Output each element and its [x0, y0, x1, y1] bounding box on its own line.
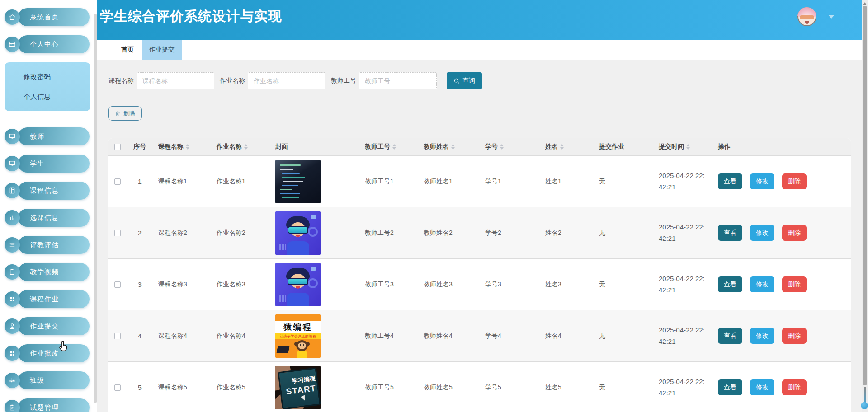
cell-value: 教师姓名3 — [424, 281, 453, 289]
cell-course: 课程名称1 — [153, 156, 213, 207]
user-menu[interactable] — [797, 7, 835, 26]
cell-index: 3 — [127, 259, 153, 310]
delete-button[interactable]: 删除 — [782, 379, 807, 395]
sidebar-scrollbar-thumb[interactable] — [94, 14, 97, 403]
cell-teacher_id: 教师工号5 — [359, 362, 417, 412]
clipboard-check-icon — [9, 404, 16, 411]
row-checkbox[interactable] — [114, 230, 121, 236]
cell-value: 教师工号2 — [365, 229, 394, 237]
cell-index: 2 — [127, 207, 153, 258]
row-checkbox[interactable] — [114, 333, 121, 339]
cell-cover — [268, 259, 359, 310]
sort-icon[interactable] — [560, 144, 564, 150]
caret-down-icon[interactable] — [828, 15, 835, 19]
sidebar-item-pill: 课程信息 — [18, 182, 90, 200]
sidebar-item-选课信息[interactable]: 选课信息 — [5, 209, 90, 227]
grid-icon — [9, 350, 16, 357]
sidebar-item-作业提交[interactable]: 作业提交 — [5, 317, 90, 335]
view-button[interactable]: 查看 — [718, 328, 742, 344]
view-button[interactable]: 查看 — [718, 379, 742, 395]
monitor-icon-wrap — [5, 156, 20, 171]
edit-button[interactable]: 修改 — [750, 328, 774, 344]
search-input-作业名称[interactable] — [248, 72, 326, 89]
sidebar-item-作业批改[interactable]: 作业批改 — [5, 344, 90, 362]
page-scrollbar[interactable] — [862, 0, 868, 412]
search-input-课程名称[interactable] — [137, 72, 214, 89]
avatar[interactable] — [797, 7, 816, 26]
view-button[interactable]: 查看 — [718, 276, 742, 292]
cell-value: 作业名称5 — [217, 384, 245, 392]
query-button[interactable]: 查询 — [447, 72, 482, 89]
sort-icon[interactable] — [686, 144, 690, 150]
vr-kid-shirt — [287, 241, 309, 255]
submenu-item-个人信息[interactable]: 个人信息 — [5, 87, 90, 107]
tab-首页[interactable]: 首页 — [113, 40, 142, 60]
app-header: 学生综合评价系统设计与实现 — [97, 0, 862, 40]
sidebar-item-个人中心[interactable]: 个人中心 — [5, 35, 90, 53]
cell-value: 1 — [138, 178, 142, 185]
delete-button[interactable]: 删除 — [782, 225, 807, 241]
batch-delete-button[interactable]: 删除 — [108, 106, 142, 121]
edit-button[interactable]: 修改 — [750, 225, 774, 241]
sort-icon[interactable] — [244, 144, 248, 150]
page-title: 学生综合评价系统设计与实现 — [100, 7, 282, 26]
sort-icon[interactable] — [186, 144, 189, 150]
edit-button[interactable]: 修改 — [750, 276, 774, 292]
cell-cover: 猿编程让孩子学会真正的编程 — [268, 310, 359, 361]
cell-value: 2 — [138, 229, 142, 237]
row-checkbox[interactable] — [114, 281, 121, 288]
select-all-checkbox[interactable] — [114, 144, 121, 150]
edit-button[interactable]: 修改 — [750, 379, 774, 395]
cover-image-vr-kid — [275, 263, 321, 306]
search-input-教师工号[interactable] — [359, 72, 437, 89]
row-checkbox[interactable] — [114, 384, 121, 391]
clipboard-check-icon-wrap — [5, 400, 20, 412]
sort-icon[interactable] — [500, 144, 504, 150]
sidebar-item-教师[interactable]: 教师 — [5, 127, 90, 145]
tabbar: 首页作业提交 — [97, 40, 862, 60]
cell-submitted: 无 — [593, 156, 651, 207]
sidebar-item-label: 学生 — [30, 159, 44, 168]
sidebar-menu: 系统首页个人中心修改密码个人信息教师学生课程信息选课信息评教评估教学视频课程作业… — [0, 0, 94, 412]
query-button-label: 查询 — [462, 77, 475, 85]
tab-作业提交[interactable]: 作业提交 — [142, 40, 182, 60]
vr-kid-mouth — [296, 286, 300, 289]
column-header-label: 学号 — [485, 143, 498, 151]
book-icon — [9, 187, 16, 194]
sidebar-item-评教评估[interactable]: 评教评估 — [5, 236, 90, 254]
cell-value: 教师姓名2 — [424, 229, 453, 237]
edit-button[interactable]: 修改 — [750, 173, 774, 189]
cell-student_name: 姓名3 — [536, 259, 593, 310]
sidebar-item-课程作业[interactable]: 课程作业 — [5, 290, 90, 308]
cell-value: 教师工号3 — [365, 281, 394, 289]
view-button[interactable]: 查看 — [718, 173, 742, 189]
page-scrollbar-thumb[interactable] — [863, 6, 867, 385]
cell-time: 2025-04-22 22:42:21 — [651, 207, 712, 258]
row-checkbox[interactable] — [114, 178, 121, 185]
delete-button[interactable]: 删除 — [782, 328, 807, 344]
vr-kid-deco3 — [311, 267, 316, 271]
sidebar-item-教学视频[interactable]: 教学视频 — [5, 263, 90, 281]
cover-title: 猿编程 — [275, 321, 321, 333]
sidebar-item-班级[interactable]: 班级 — [5, 371, 90, 389]
sidebar-item-课程信息[interactable]: 课程信息 — [5, 182, 90, 200]
cell-submitted: 无 — [593, 310, 651, 361]
cell-value: 姓名1 — [545, 178, 561, 186]
delete-button[interactable]: 删除 — [782, 276, 807, 292]
cell-course: 课程名称4 — [153, 310, 213, 361]
submenu-item-修改密码[interactable]: 修改密码 — [5, 67, 90, 87]
cover-subtitle: 让孩子学会真正的编程 — [275, 333, 321, 339]
scroll-up-arrow-icon[interactable] — [863, 2, 867, 5]
cell-actions: 查看修改删除 — [712, 259, 851, 310]
delete-button[interactable]: 删除 — [782, 173, 807, 189]
sort-icon[interactable] — [451, 144, 455, 150]
sidebar-item-试题管理[interactable]: 试题管理 — [5, 398, 90, 412]
view-button[interactable]: 查看 — [718, 225, 742, 241]
scroll-elevator-knob[interactable] — [861, 402, 868, 409]
cell-teacher_name: 教师姓名3 — [417, 259, 476, 310]
sidebar-item-pill: 评教评估 — [18, 236, 90, 254]
sort-icon[interactable] — [392, 144, 396, 150]
grid-icon-wrap — [5, 346, 20, 361]
sidebar-item-学生[interactable]: 学生 — [5, 154, 90, 173]
sidebar-item-系统首页[interactable]: 系统首页 — [5, 8, 90, 26]
